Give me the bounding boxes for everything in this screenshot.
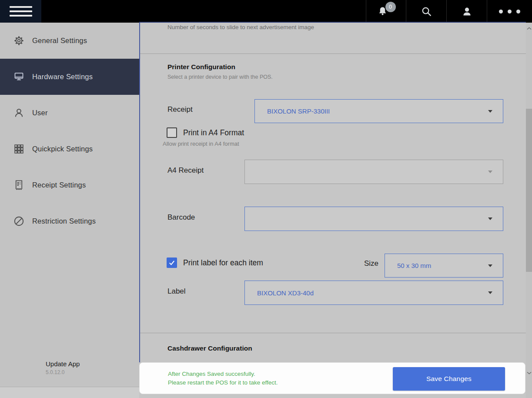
sidebar-item-quickpick-settings[interactable]: Quickpick Settings xyxy=(0,131,139,167)
section-divider xyxy=(140,333,526,333)
hamburger-menu-button[interactable] xyxy=(0,0,41,23)
settings-sidebar: General Settings Hardware Settings User xyxy=(0,23,139,387)
print-a4-checkbox-label: Print in A4 Format xyxy=(183,128,244,137)
save-bar: After Changes Saved succesfully. Please … xyxy=(139,362,525,394)
chevron-down-icon xyxy=(488,291,492,294)
save-status-line2: Please restart the POS for it to take ef… xyxy=(168,378,278,387)
advertisement-helper-text: Number of seconds to slide to next adver… xyxy=(167,24,314,30)
print-a4-helper-text: Allow print receipt in A4 format xyxy=(163,140,239,147)
label-size-value: 50 x 30 mm xyxy=(397,262,431,269)
monitor-icon xyxy=(13,71,25,83)
printer-configuration-title: Printer Configuration xyxy=(167,63,235,71)
sidebar-item-label: General Settings xyxy=(32,37,87,45)
chevron-up-icon xyxy=(527,27,532,30)
sidebar-accent-line xyxy=(139,23,140,362)
printer-configuration-subtitle: Select a printer device to pair with the… xyxy=(167,74,273,80)
scrollbar-thumb[interactable] xyxy=(526,109,532,272)
grid-icon xyxy=(13,143,25,155)
update-app-label: Update App xyxy=(46,360,80,368)
hamburger-icon xyxy=(10,6,32,8)
sidebar-bottom-strip xyxy=(0,387,139,398)
sidebar-item-general-settings[interactable]: General Settings xyxy=(0,23,139,59)
top-bar: 0 xyxy=(0,0,532,23)
sidebar-item-label: Hardware Settings xyxy=(32,73,93,81)
account-button[interactable] xyxy=(446,0,487,23)
print-a4-checkbox[interactable] xyxy=(167,127,177,138)
topbar-actions: 0 xyxy=(366,0,532,23)
label-printer-label: Label xyxy=(167,287,186,296)
size-label: Size xyxy=(364,259,378,268)
overflow-menu-button[interactable] xyxy=(487,0,532,23)
slash-circle-icon xyxy=(13,215,25,227)
save-changes-button-label: Save Changes xyxy=(426,375,472,383)
chevron-down-icon xyxy=(488,171,492,173)
chevron-down-icon xyxy=(488,110,492,113)
a4-receipt-label: A4 Receipt xyxy=(167,166,204,175)
print-label-checkbox-label: Print label for each item xyxy=(183,258,263,268)
save-status-line1: After Changes Saved succesfully. xyxy=(168,370,278,378)
receipt-label: Receipt xyxy=(167,105,193,114)
sidebar-item-label: Quickpick Settings xyxy=(32,145,93,153)
chevron-down-icon xyxy=(527,371,532,375)
label-printer-dropdown[interactable]: BIXOLON XD3-40d xyxy=(244,281,503,305)
sidebar-item-hardware-settings[interactable]: Hardware Settings xyxy=(0,59,139,95)
receipt-printer-dropdown[interactable]: BIXOLON SRP-330III xyxy=(254,99,503,123)
ellipsis-icon xyxy=(499,10,520,13)
search-icon xyxy=(421,6,432,17)
sidebar-item-receipt-settings[interactable]: Receipt Settings xyxy=(0,167,139,203)
receipt-printer-value: BIXOLON SRP-330III xyxy=(267,107,330,115)
section-divider xyxy=(140,54,526,54)
receipt-icon xyxy=(13,179,25,191)
notification-badge: 0 xyxy=(385,2,396,12)
save-status-message: After Changes Saved succesfully. Please … xyxy=(168,370,278,387)
search-button[interactable] xyxy=(406,0,446,23)
cashdrawer-configuration-title: Cashdrawer Configuration xyxy=(167,344,252,352)
label-printer-value: BIXOLON XD3-40d xyxy=(257,289,314,297)
update-app-button[interactable]: Update App 5.0.12.0 xyxy=(46,360,80,375)
sidebar-item-restriction-settings[interactable]: Restriction Settings xyxy=(0,203,139,239)
app-version: 5.0.12.0 xyxy=(46,369,80,375)
sidebar-item-label: Receipt Settings xyxy=(32,181,86,189)
chevron-down-icon xyxy=(488,264,492,267)
chevron-down-icon xyxy=(488,217,492,220)
check-icon xyxy=(168,259,176,267)
sidebar-item-label: Restriction Settings xyxy=(32,217,96,225)
notifications-button[interactable]: 0 xyxy=(366,0,406,23)
label-size-dropdown[interactable]: 50 x 30 mm xyxy=(385,254,503,278)
barcode-label: Barcode xyxy=(167,213,195,222)
user-icon xyxy=(13,107,25,119)
sidebar-item-user[interactable]: User xyxy=(0,95,139,131)
barcode-printer-dropdown[interactable] xyxy=(244,207,503,231)
sidebar-item-label: User xyxy=(32,109,48,117)
gear-icon xyxy=(13,35,25,47)
scroll-down-button[interactable] xyxy=(526,370,532,376)
a4-receipt-printer-dropdown[interactable] xyxy=(244,160,503,184)
user-avatar-icon xyxy=(461,6,473,17)
save-changes-button[interactable]: Save Changes xyxy=(393,367,505,391)
print-label-checkbox[interactable] xyxy=(167,258,177,268)
topbar-accent-line xyxy=(139,22,526,23)
scroll-up-button[interactable] xyxy=(526,25,532,31)
